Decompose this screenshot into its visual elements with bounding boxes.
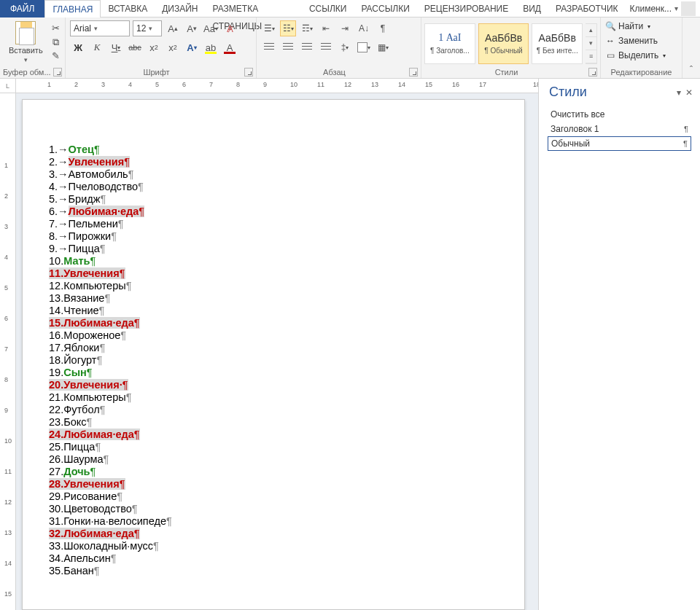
font-size-combo[interactable]: 12▾ bbox=[133, 20, 162, 36]
tab-references[interactable]: ССЫЛКИ bbox=[302, 0, 354, 17]
document-viewport[interactable]: 1.→Отец¶2.→Увлечения¶3.→Автомобиль¶4.→Пч… bbox=[16, 93, 538, 610]
tab-view[interactable]: ВИД bbox=[516, 0, 548, 17]
doc-line[interactable]: 22.Футбол¶ bbox=[49, 404, 498, 416]
styles-item-normal[interactable]: Обычный¶ bbox=[548, 136, 691, 151]
replace-button[interactable]: ↔Заменить bbox=[602, 34, 661, 48]
align-left-button[interactable] bbox=[261, 39, 277, 55]
justify-button[interactable] bbox=[318, 39, 334, 55]
find-button[interactable]: 🔍Найти▾ bbox=[602, 19, 653, 34]
clipboard-dialog-launcher[interactable] bbox=[53, 68, 62, 77]
doc-line[interactable]: 10.Мать¶ bbox=[49, 255, 498, 267]
format-painter-button[interactable]: ✎ bbox=[50, 50, 62, 62]
doc-line[interactable]: 2.→Увлечения¶ bbox=[49, 156, 498, 168]
doc-line[interactable]: 33.Шоколадный·мусс¶ bbox=[49, 540, 498, 552]
font-dialog-launcher[interactable] bbox=[244, 68, 253, 77]
doc-line[interactable]: 19.Сын¶ bbox=[49, 367, 498, 379]
clear-formatting-button[interactable]: A̷ bbox=[222, 20, 238, 36]
tab-mailings[interactable]: РАССЫЛКИ bbox=[354, 0, 416, 17]
doc-line[interactable]: 13.Вязание¶ bbox=[49, 292, 498, 305]
doc-line[interactable]: 35.Банан¶ bbox=[49, 565, 498, 577]
doc-line[interactable]: 15.Любимая·еда¶ bbox=[49, 317, 498, 329]
doc-line[interactable]: 32.Любимая·еда¶ bbox=[49, 528, 498, 540]
tab-developer[interactable]: РАЗРАБОТЧИК bbox=[548, 0, 626, 17]
change-case-button[interactable]: Aa▾ bbox=[203, 20, 219, 36]
style-tile-heading1[interactable]: 1 АаI ¶ Заголов... bbox=[424, 23, 475, 64]
doc-line[interactable]: 21.Компьютеры¶ bbox=[49, 391, 498, 404]
multilevel-list-button[interactable]: ☶▾ bbox=[299, 20, 315, 36]
italic-button[interactable]: К bbox=[89, 39, 105, 55]
styles-clear-all[interactable]: Очистить все bbox=[548, 107, 691, 122]
doc-line[interactable]: 18.Йогурт¶ bbox=[49, 354, 498, 367]
subscript-button[interactable]: x2 bbox=[146, 39, 162, 55]
doc-line[interactable]: 8.→Пирожки¶ bbox=[49, 230, 498, 243]
text-effects-button[interactable]: A▾ bbox=[184, 39, 200, 55]
doc-line[interactable]: 14.Чтение¶ bbox=[49, 305, 498, 317]
paste-button[interactable]: Вставить ▾ bbox=[4, 20, 47, 65]
doc-line[interactable]: 5.→Бридж¶ bbox=[49, 193, 498, 206]
style-tile-nospacing[interactable]: АаБбВв ¶ Без инте... bbox=[532, 23, 583, 64]
account-area[interactable]: Клименк... ▾ bbox=[626, 1, 701, 16]
tab-home[interactable]: ГЛАВНАЯ bbox=[44, 0, 101, 17]
doc-line[interactable]: 31.Гонки·на·велосипеде¶ bbox=[49, 515, 498, 528]
decrease-indent-button[interactable]: ⇤ bbox=[318, 20, 334, 36]
doc-line[interactable]: 26.Шаурма¶ bbox=[49, 453, 498, 466]
doc-line[interactable]: 20.Увлечения·¶ bbox=[49, 379, 498, 391]
numbering-button[interactable]: ☷▾ bbox=[280, 20, 296, 36]
superscript-button[interactable]: x2 bbox=[165, 39, 181, 55]
line-spacing-button[interactable]: ‡▾ bbox=[337, 39, 353, 55]
styles-item-heading1[interactable]: Заголовок 1¶ bbox=[548, 122, 691, 136]
tab-insert[interactable]: ВСТАВКА bbox=[101, 0, 155, 17]
doc-line[interactable]: 9.→Пицца¶ bbox=[49, 243, 498, 255]
doc-line[interactable]: 24.Любимая·еда¶ bbox=[49, 429, 498, 441]
shading-button[interactable]: ▾ bbox=[356, 39, 372, 55]
doc-line[interactable]: 28.Увлечения¶ bbox=[49, 478, 498, 490]
borders-button[interactable]: ▦▾ bbox=[375, 39, 391, 55]
doc-line[interactable]: 12.Компьютеры¶ bbox=[49, 280, 498, 292]
doc-line[interactable]: 16.Мороженое¶ bbox=[49, 329, 498, 342]
shrink-font-button[interactable]: A▾ bbox=[184, 20, 200, 36]
doc-line[interactable]: 4.→Пчеловодство¶ bbox=[49, 181, 498, 193]
style-gallery-more[interactable]: ▴▾≡ bbox=[586, 23, 597, 64]
style-tile-normal[interactable]: АаБбВв ¶ Обычный bbox=[478, 23, 529, 64]
align-center-button[interactable] bbox=[280, 39, 296, 55]
collapse-ribbon-button[interactable]: ˆ bbox=[682, 17, 700, 78]
copy-button[interactable]: ⧉ bbox=[50, 36, 62, 48]
increase-indent-button[interactable]: ⇥ bbox=[337, 20, 353, 36]
doc-line[interactable]: 6.→Любимая·еда¶ bbox=[49, 206, 498, 218]
doc-line[interactable]: 29.Рисование¶ bbox=[49, 490, 498, 503]
horizontal-ruler[interactable]: L 123456789101112131415161718 bbox=[0, 79, 538, 93]
highlight-color-button[interactable]: ab bbox=[203, 39, 219, 55]
styles-pane-options-button[interactable]: ▾ bbox=[677, 87, 681, 98]
styles-dialog-launcher[interactable] bbox=[588, 68, 597, 77]
vertical-ruler[interactable]: 12345678910111213141516 bbox=[0, 93, 16, 610]
select-button[interactable]: ▭Выделить▾ bbox=[602, 48, 669, 63]
doc-line[interactable]: 1.→Отец¶ bbox=[49, 144, 498, 156]
font-name-combo[interactable]: Arial▾ bbox=[70, 20, 130, 36]
doc-line[interactable]: 3.→Автомобиль¶ bbox=[49, 168, 498, 181]
bullets-button[interactable]: ☰▾ bbox=[261, 20, 277, 36]
align-right-button[interactable] bbox=[299, 39, 315, 55]
doc-line[interactable]: 17.Яблоки¶ bbox=[49, 342, 498, 354]
strikethrough-button[interactable]: abc bbox=[127, 39, 143, 55]
doc-line[interactable]: 7.→Пельмени¶ bbox=[49, 218, 498, 230]
doc-line[interactable]: 27.Дочь¶ bbox=[49, 466, 498, 478]
doc-line[interactable]: 23.Бокс¶ bbox=[49, 416, 498, 429]
bold-button[interactable]: Ж bbox=[70, 39, 86, 55]
doc-line[interactable]: 30.Цветоводство¶ bbox=[49, 503, 498, 515]
doc-line[interactable]: 11.Увлечения¶ bbox=[49, 267, 498, 280]
doc-line[interactable]: 34.Апельсин¶ bbox=[49, 552, 498, 565]
doc-line[interactable]: 25.Пицца¶ bbox=[49, 441, 498, 453]
tab-design[interactable]: ДИЗАЙН bbox=[155, 0, 205, 17]
cut-button[interactable]: ✂ bbox=[50, 23, 62, 34]
tab-page-layout[interactable]: РАЗМЕТКА СТРАНИЦЫ bbox=[206, 0, 302, 17]
font-color-button[interactable]: A bbox=[222, 39, 238, 55]
sort-button[interactable]: A↓ bbox=[356, 20, 372, 36]
tab-review[interactable]: РЕЦЕНЗИРОВАНИЕ bbox=[417, 0, 516, 17]
grow-font-button[interactable]: A▴ bbox=[165, 20, 181, 36]
styles-pane-close-button[interactable]: ✕ bbox=[685, 87, 693, 98]
document-page[interactable]: 1.→Отец¶2.→Увлечения¶3.→Автомобиль¶4.→Пч… bbox=[22, 99, 525, 610]
underline-button[interactable]: Ч▾ bbox=[108, 39, 124, 55]
tab-file[interactable]: ФАЙЛ bbox=[0, 0, 44, 17]
paragraph-dialog-launcher[interactable] bbox=[409, 68, 418, 77]
show-marks-button[interactable]: ¶ bbox=[375, 20, 391, 36]
